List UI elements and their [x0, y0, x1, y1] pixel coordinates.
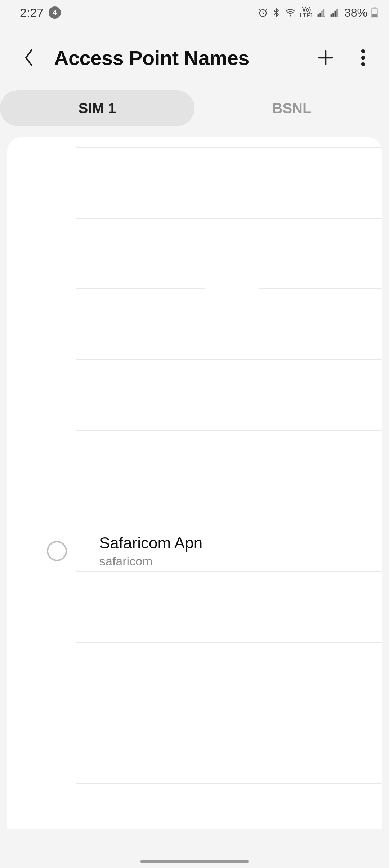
apn-name: Safaricom Apn [99, 534, 202, 552]
wifi-icon [285, 8, 296, 18]
apn-item-safaricom[interactable]: Safaricom Apn safaricom [7, 516, 382, 586]
svg-point-1 [290, 15, 291, 16]
home-indicator[interactable] [140, 860, 249, 863]
list-row-empty [76, 360, 382, 431]
svg-point-5 [361, 49, 365, 53]
list-row-empty [76, 289, 382, 360]
app-bar: Access Point Names [0, 25, 389, 90]
list-row-empty [76, 219, 382, 289]
more-vert-icon [361, 49, 365, 66]
back-button[interactable] [18, 47, 40, 69]
add-apn-button[interactable] [314, 46, 337, 69]
signal-2-icon [330, 8, 339, 17]
svg-point-7 [361, 62, 365, 66]
svg-rect-4 [372, 14, 377, 17]
list-row-empty [76, 431, 382, 501]
bluetooth-icon [272, 7, 281, 18]
sim-tabs: SIM 1 BSNL [0, 90, 389, 126]
alarm-icon [258, 8, 268, 18]
more-options-button[interactable] [352, 46, 375, 69]
list-row-empty [76, 148, 382, 219]
battery-percentage: 38% [344, 6, 367, 19]
notification-count-badge: 4 [49, 6, 61, 19]
signal-1-icon [317, 8, 326, 17]
battery-icon [371, 7, 378, 18]
page-title: Access Point Names [54, 46, 300, 70]
apn-list-card: Safaricom Apn safaricom [7, 137, 382, 829]
radio-unselected-icon[interactable] [47, 541, 67, 561]
tab-sim1[interactable]: SIM 1 [0, 90, 194, 126]
apn-value: safaricom [99, 554, 202, 568]
list-row-empty [76, 713, 382, 784]
list-row-empty [76, 643, 382, 713]
plus-icon [317, 49, 335, 67]
volte-icon: Vo)LTE1 [300, 7, 313, 18]
status-time: 2:27 [20, 6, 44, 20]
svg-point-6 [361, 56, 365, 60]
list-divider [76, 137, 382, 148]
status-bar: 2:27 4 Vo)LTE1 38% [0, 0, 389, 25]
svg-rect-3 [373, 7, 376, 8]
tab-bsnl[interactable]: BSNL [194, 90, 389, 126]
chevron-left-icon [23, 48, 35, 67]
